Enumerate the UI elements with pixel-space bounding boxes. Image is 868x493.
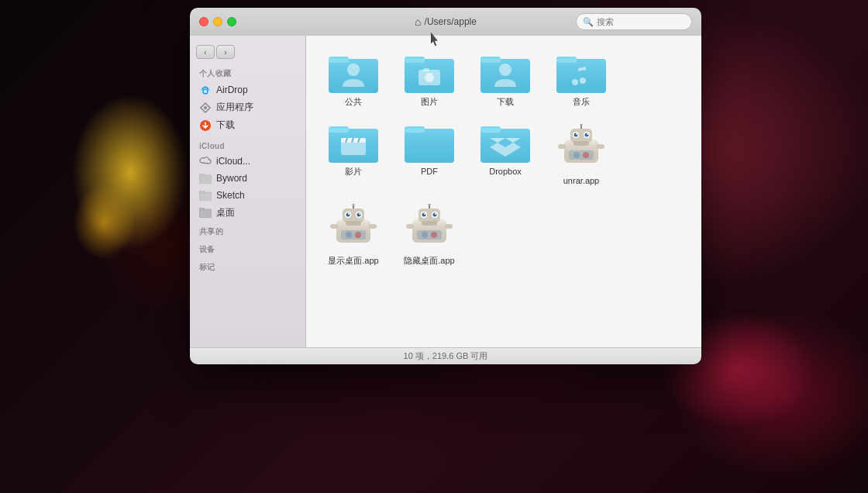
folder-icon-music bbox=[556, 53, 606, 93]
svg-rect-90 bbox=[445, 224, 453, 229]
desktop-folder-icon bbox=[199, 207, 212, 219]
svg-point-93 bbox=[431, 232, 437, 238]
svg-point-1 bbox=[204, 106, 207, 109]
sidebar-item-icloud[interactable]: iCloud... bbox=[190, 153, 305, 170]
sidebar: ‹ › 个人收藏 AirDrop bbox=[190, 36, 306, 347]
svg-point-70 bbox=[352, 204, 355, 205]
section-label-shared: 共享的 bbox=[190, 222, 305, 240]
svg-point-76 bbox=[355, 232, 361, 238]
traffic-lights bbox=[199, 17, 236, 26]
folder-icon-pdf bbox=[405, 122, 454, 163]
svg-point-84 bbox=[424, 213, 425, 215]
file-label-public: 公共 bbox=[345, 96, 362, 107]
svg-rect-73 bbox=[369, 224, 377, 229]
folder-icon-pictures bbox=[405, 53, 454, 93]
file-item-movies[interactable]: 影片 bbox=[319, 118, 388, 191]
sidebar-item-label-downloads: 下载 bbox=[216, 119, 235, 132]
file-label-pdf: PDF bbox=[421, 166, 438, 177]
sidebar-item-byword[interactable]: Byword bbox=[190, 170, 305, 187]
svg-rect-3 bbox=[199, 175, 212, 184]
svg-point-12 bbox=[347, 64, 360, 76]
close-button[interactable] bbox=[199, 17, 208, 26]
svg-rect-72 bbox=[330, 224, 338, 229]
svg-point-53 bbox=[580, 124, 583, 126]
svg-rect-91 bbox=[417, 230, 442, 240]
finder-window: ⌂ /Users/apple 🔍 ‹ › 个人收藏 bbox=[190, 8, 701, 364]
search-input[interactable] bbox=[597, 17, 685, 26]
file-label-show-desktop: 显示桌面.app bbox=[328, 255, 378, 266]
svg-rect-74 bbox=[341, 230, 366, 240]
content-area: 公共 bbox=[306, 36, 701, 347]
file-item-dropbox[interactable]: Dropbox bbox=[470, 118, 540, 191]
file-item-public[interactable]: 公共 bbox=[319, 48, 388, 112]
svg-point-67 bbox=[348, 213, 350, 215]
svg-point-92 bbox=[422, 232, 428, 238]
file-label-hide-desktop: 隐藏桌面.app bbox=[404, 255, 454, 266]
app-icon-container-hide-desktop bbox=[405, 202, 454, 252]
svg-point-48 bbox=[574, 133, 578, 137]
forward-button[interactable]: › bbox=[216, 45, 235, 59]
sidebar-item-sketch[interactable]: Sketch bbox=[190, 187, 305, 204]
section-label-icloud: iCloud bbox=[190, 137, 305, 153]
svg-rect-56 bbox=[597, 144, 604, 149]
svg-point-22 bbox=[499, 64, 512, 76]
svg-rect-5 bbox=[199, 192, 212, 201]
folder-icon-movies bbox=[329, 122, 378, 163]
file-label-dropbox: Dropbox bbox=[489, 166, 522, 177]
sidebar-item-label-sketch: Sketch bbox=[216, 190, 245, 201]
folder-icon-downloads bbox=[480, 53, 530, 93]
svg-rect-7 bbox=[199, 209, 212, 218]
svg-point-59 bbox=[583, 152, 589, 158]
file-item-downloads-folder[interactable]: 下载 bbox=[470, 48, 540, 112]
sidebar-item-label-apps: 应用程序 bbox=[216, 101, 253, 114]
finder-body: ‹ › 个人收藏 AirDrop bbox=[190, 36, 701, 347]
svg-point-75 bbox=[346, 232, 352, 238]
sidebar-item-downloads[interactable]: 下载 bbox=[190, 116, 305, 134]
minimize-button[interactable] bbox=[213, 17, 222, 26]
svg-point-50 bbox=[576, 133, 577, 135]
file-label-music: 音乐 bbox=[573, 96, 590, 107]
sidebar-item-desktop[interactable]: 桌面 bbox=[190, 204, 305, 222]
svg-rect-4 bbox=[199, 174, 205, 176]
sidebar-item-label-icloud: iCloud... bbox=[216, 156, 250, 167]
sidebar-item-airdrop[interactable]: AirDrop bbox=[190, 81, 305, 98]
file-item-unrar[interactable]: unrar.app bbox=[546, 118, 616, 191]
automator-icon-show-desktop bbox=[330, 204, 377, 250]
svg-point-49 bbox=[585, 133, 589, 137]
svg-rect-6 bbox=[199, 191, 205, 193]
back-button[interactable]: ‹ bbox=[196, 45, 215, 59]
file-item-pdf[interactable]: PDF bbox=[394, 118, 464, 191]
window-title: ⌂ /Users/apple bbox=[415, 16, 477, 28]
app-icon-container-show-desktop bbox=[329, 202, 378, 252]
svg-point-68 bbox=[359, 213, 360, 215]
sketch-folder-icon bbox=[199, 189, 212, 202]
apps-icon bbox=[199, 102, 212, 114]
maximize-button[interactable] bbox=[227, 17, 236, 26]
automator-icon-hide-desktop bbox=[406, 204, 453, 250]
byword-folder-icon bbox=[199, 172, 212, 184]
file-item-show-desktop[interactable]: 显示桌面.app bbox=[319, 198, 388, 271]
sidebar-item-apps[interactable]: 应用程序 bbox=[190, 98, 305, 116]
section-label-personal: 个人收藏 bbox=[190, 64, 305, 81]
folder-icon-public bbox=[329, 53, 378, 93]
svg-point-51 bbox=[587, 133, 588, 135]
search-box[interactable]: 🔍 bbox=[576, 13, 692, 30]
file-label-unrar: unrar.app bbox=[563, 175, 599, 186]
title-path: /Users/apple bbox=[425, 16, 477, 27]
svg-rect-18 bbox=[423, 68, 429, 71]
section-label-tags: 标记 bbox=[190, 257, 305, 275]
app-icon-container-unrar bbox=[556, 122, 606, 172]
svg-rect-57 bbox=[569, 150, 594, 160]
file-item-music[interactable]: 音乐 bbox=[546, 48, 616, 112]
airdrop-icon bbox=[199, 84, 212, 96]
file-label-movies: 影片 bbox=[345, 166, 362, 177]
nav-buttons: ‹ › bbox=[196, 45, 299, 59]
file-item-pictures[interactable]: 图片 bbox=[394, 48, 464, 112]
svg-point-85 bbox=[435, 213, 436, 215]
svg-rect-88 bbox=[422, 221, 437, 226]
downloads-icon bbox=[199, 119, 212, 132]
file-item-hide-desktop[interactable]: 隐藏桌面.app bbox=[394, 198, 464, 271]
sidebar-item-label-byword: Byword bbox=[216, 173, 247, 184]
svg-rect-8 bbox=[199, 208, 205, 210]
search-icon: 🔍 bbox=[583, 17, 594, 27]
